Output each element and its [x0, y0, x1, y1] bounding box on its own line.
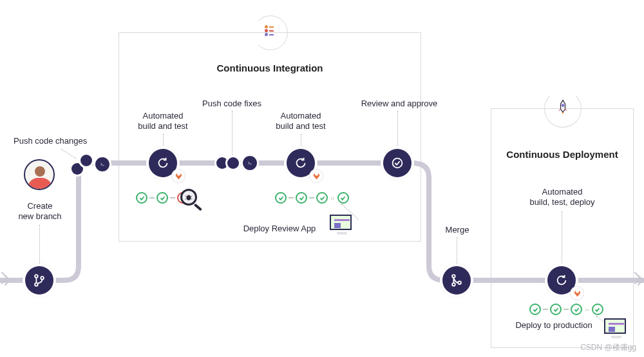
status-pass-icon: [275, 192, 287, 204]
production-screen: [604, 318, 626, 334]
status-pass-icon: [592, 304, 603, 315]
chevron-icon: ››: [330, 195, 335, 202]
node-merge: [442, 266, 471, 294]
gitlab-icon: [175, 172, 183, 180]
svg-point-2: [35, 283, 38, 286]
svg-point-7: [393, 159, 402, 168]
status-pass-icon: [136, 192, 147, 204]
status-row-2: ››: [275, 192, 349, 204]
watermark-text: CSDN @楼庸gg: [580, 342, 636, 353]
svg-point-10: [458, 281, 461, 284]
prompt-dot-1: [95, 157, 109, 171]
status-pass-icon: [337, 192, 349, 204]
checkmark-icon: [390, 156, 404, 170]
refresh-icon: [554, 273, 569, 287]
refresh-icon: [156, 156, 170, 170]
gitlab-badge-2: [309, 169, 323, 183]
status-pass-icon: [550, 304, 562, 315]
chevron-icon: ››: [585, 306, 589, 313]
rocket-icon: [554, 99, 572, 117]
diagram-canvas: Continuous Integration Continuous Deploy…: [0, 0, 644, 357]
commit-dot-1: [71, 163, 83, 175]
terminal-icon: [99, 161, 106, 168]
gitlab-badge-1: [171, 169, 185, 183]
git-branch-icon: [32, 273, 46, 287]
status-pass-icon: [316, 192, 328, 204]
gitlab-icon: [573, 289, 582, 298]
svg-point-5: [187, 195, 188, 196]
commit-dot-4: [227, 157, 239, 169]
bug-icon: [184, 192, 194, 202]
gitlab-icon: [312, 172, 321, 180]
gitlab-badge-3: [570, 286, 584, 300]
git-merge-icon: [450, 273, 464, 287]
terminal-icon: [247, 160, 253, 166]
svg-point-1: [35, 275, 38, 278]
status-row-3: ››: [529, 304, 603, 315]
commit-dot-3: [216, 157, 228, 169]
svg-point-0: [562, 104, 565, 107]
svg-point-8: [452, 275, 455, 278]
bug-magnifier: [180, 189, 204, 212]
user-avatar: [24, 159, 55, 190]
prompt-dot-2: [243, 156, 257, 170]
node-review-approve: [383, 149, 412, 177]
review-app-screen: [330, 215, 352, 230]
svg-point-9: [452, 283, 455, 286]
ci-orbit-icon: [253, 15, 288, 50]
rocket-orbit-icon: [544, 90, 582, 128]
status-pass-icon: [529, 304, 541, 315]
status-pass-icon: [571, 304, 582, 315]
svg-point-3: [41, 276, 44, 280]
status-pass-icon: [296, 192, 307, 204]
svg-point-6: [189, 195, 190, 196]
refresh-icon: [294, 156, 308, 170]
commit-dot-2: [80, 155, 92, 166]
node-create-branch: [25, 266, 53, 294]
status-pass-icon: [156, 192, 168, 204]
